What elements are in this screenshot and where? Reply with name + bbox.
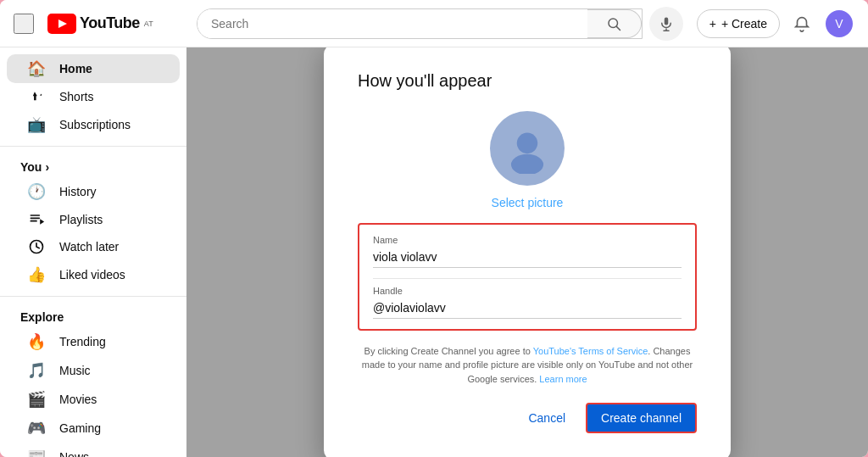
svg-rect-9 <box>31 220 37 222</box>
svg-rect-8 <box>31 218 41 220</box>
sidebar-divider-1 <box>0 146 186 147</box>
playlists-svg <box>28 211 45 228</box>
create-label: + Create <box>721 17 767 31</box>
body-container: 🏠 Home Shorts 📺 Subscriptions You › 🕐 <box>0 47 868 457</box>
mic-button[interactable] <box>649 7 683 41</box>
svg-marker-10 <box>40 219 44 225</box>
search-button[interactable] <box>587 9 642 38</box>
sidebar-item-home-label: Home <box>59 62 92 75</box>
sidebar-item-shorts-label: Shorts <box>59 90 93 103</box>
sidebar-item-gaming-label: Gaming <box>59 421 101 435</box>
main-content: How you'll appear Select picture Nam <box>186 47 868 457</box>
watch-later-icon <box>27 238 46 255</box>
search-bar <box>197 8 643 39</box>
name-input[interactable] <box>373 247 682 268</box>
modal-dialog: How you'll appear Select picture Nam <box>324 47 731 457</box>
sidebar-item-history-label: History <box>59 185 97 198</box>
search-input[interactable] <box>198 9 587 38</box>
liked-videos-icon: 👍 <box>27 265 46 284</box>
history-icon: 🕐 <box>27 182 46 201</box>
sidebar-item-history[interactable]: 🕐 History <box>7 177 180 206</box>
header-left: YouTubeAT <box>14 14 183 34</box>
modal-title: How you'll appear <box>358 71 697 91</box>
header-center <box>197 7 683 41</box>
you-section-arrow: › <box>45 160 49 174</box>
shorts-svg <box>28 88 45 105</box>
avatar-initial: V <box>835 17 843 31</box>
app-container: YouTubeAT <box>0 0 868 457</box>
header: YouTubeAT <box>0 0 868 47</box>
sidebar-item-news[interactable]: 📰 News <box>7 443 180 457</box>
svg-line-3 <box>617 26 620 30</box>
legal-text-before: By clicking Create Channel you agree to <box>364 346 533 356</box>
youtube-wordmark: YouTube <box>80 14 140 32</box>
handle-input[interactable] <box>373 298 682 319</box>
sidebar-item-liked-videos-label: Liked videos <box>59 268 125 281</box>
youtube-badge: AT <box>144 20 153 28</box>
sidebar-item-movies[interactable]: 🎬 Movies <box>7 385 180 414</box>
header-right: + + Create V <box>697 8 854 39</box>
sidebar-item-trending-label: Trending <box>59 335 106 348</box>
movies-icon: 🎬 <box>27 390 46 409</box>
sidebar-section-you[interactable]: You › <box>0 153 186 177</box>
default-avatar-svg <box>502 123 553 174</box>
sidebar-item-playlists-label: Playlists <box>59 213 103 226</box>
channel-avatar <box>490 111 565 186</box>
playlists-icon <box>27 211 46 228</box>
modal-footer: Cancel Create channel <box>358 403 697 433</box>
legal-text: By clicking Create Channel you agree to … <box>358 344 697 387</box>
form-divider <box>373 278 682 279</box>
sidebar-item-gaming[interactable]: 🎮 Gaming <box>7 414 180 443</box>
sidebar-item-watch-later-label: Watch later <box>59 240 119 254</box>
youtube-icon <box>47 14 76 34</box>
terms-link[interactable]: YouTube's Terms of Service <box>533 346 648 356</box>
news-icon: 📰 <box>27 448 46 457</box>
sidebar-item-news-label: News <box>59 450 89 457</box>
sidebar-section-explore: Explore <box>0 304 186 327</box>
gaming-icon: 🎮 <box>27 419 46 437</box>
name-field: Name <box>373 235 682 268</box>
sidebar-item-subscriptions[interactable]: 📺 Subscriptions <box>7 110 180 139</box>
explore-section-label: Explore <box>20 310 64 324</box>
youtube-logo[interactable]: YouTubeAT <box>47 14 153 34</box>
sidebar-item-trending[interactable]: 🔥 Trending <box>7 327 180 356</box>
watch-later-svg <box>28 238 45 255</box>
sidebar-item-music[interactable]: 🎵 Music <box>7 356 180 385</box>
sidebar-item-playlists[interactable]: Playlists <box>7 206 180 233</box>
sidebar-item-subscriptions-label: Subscriptions <box>59 118 131 131</box>
modal-backdrop: How you'll appear Select picture Nam <box>186 47 868 457</box>
shorts-icon <box>27 88 46 105</box>
avatar-section: Select picture <box>358 111 697 209</box>
sidebar-divider-2 <box>0 296 186 297</box>
bell-icon <box>793 14 811 33</box>
sidebar-item-movies-label: Movies <box>59 393 97 406</box>
notifications-button[interactable] <box>787 8 817 39</box>
trending-icon: 🔥 <box>27 332 46 351</box>
sidebar-item-home[interactable]: 🏠 Home <box>7 54 180 83</box>
svg-point-12 <box>517 132 538 153</box>
music-icon: 🎵 <box>27 361 46 380</box>
sidebar-item-liked-videos[interactable]: 👍 Liked videos <box>7 260 180 289</box>
you-section-label: You <box>20 160 42 174</box>
svg-rect-4 <box>664 17 668 25</box>
create-plus-icon: + <box>709 17 716 31</box>
handle-label: Handle <box>373 286 682 296</box>
handle-field: Handle <box>373 286 682 319</box>
hamburger-button[interactable] <box>14 14 34 34</box>
learn-more-link[interactable]: Learn more <box>539 374 587 384</box>
create-button[interactable]: + + Create <box>697 9 780 38</box>
sidebar-item-watch-later[interactable]: Watch later <box>7 233 180 260</box>
create-channel-button[interactable]: Create channel <box>586 403 697 433</box>
mic-icon <box>659 16 674 31</box>
home-icon: 🏠 <box>27 59 46 78</box>
sidebar: 🏠 Home Shorts 📺 Subscriptions You › 🕐 <box>0 47 186 457</box>
select-picture-link[interactable]: Select picture <box>492 196 564 209</box>
svg-rect-7 <box>31 215 41 216</box>
sidebar-item-shorts[interactable]: Shorts <box>7 83 180 110</box>
search-icon <box>606 16 621 31</box>
avatar-button[interactable]: V <box>824 8 854 39</box>
name-label: Name <box>373 235 682 245</box>
form-box: Name Handle <box>358 223 697 331</box>
cancel-button[interactable]: Cancel <box>515 404 579 432</box>
avatar: V <box>826 10 853 37</box>
